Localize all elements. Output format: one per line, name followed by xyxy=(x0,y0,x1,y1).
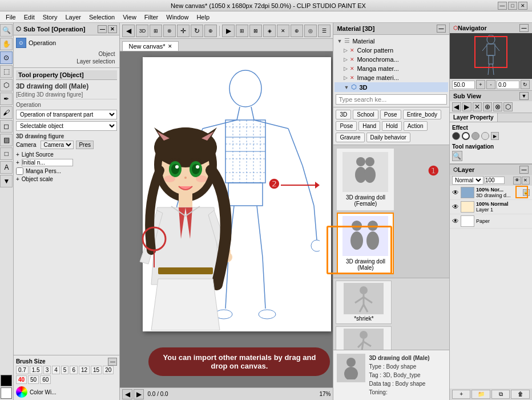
tool-shape[interactable]: □ xyxy=(0,147,13,160)
tag-gravure[interactable]: Gravure xyxy=(336,133,364,142)
tool-text[interactable]: A xyxy=(0,161,13,174)
color-wheel-icon[interactable] xyxy=(16,386,27,398)
tool-brush[interactable]: 🖌 xyxy=(0,106,13,119)
ct-rotate[interactable]: ↻ xyxy=(191,25,203,37)
tool-nav-btn[interactable]: 🔍 xyxy=(452,151,462,161)
subtool-minimize[interactable]: — xyxy=(98,25,107,33)
ct-more[interactable]: ▶ xyxy=(222,25,235,37)
bs-6[interactable]: 6 xyxy=(70,366,78,374)
menu-view[interactable]: View xyxy=(119,13,140,22)
lpt-tab-layer-property[interactable]: Layer Property xyxy=(450,113,498,122)
lf-copy-layer[interactable]: ⧉ xyxy=(491,390,510,399)
mat-thumb-male[interactable]: 3D drawing doll (Male) xyxy=(337,213,394,274)
tool-eraser[interactable]: ◻ xyxy=(0,120,13,133)
menu-edit[interactable]: Edit xyxy=(21,13,38,22)
mat-enter-door[interactable]: A_enter a door xyxy=(336,326,392,350)
sv-btn-2[interactable]: ▶ xyxy=(462,102,471,111)
layer-item-3d[interactable]: 👁 100% Nor... 3D drawing d... 🔒 xyxy=(450,186,532,200)
sv-btn-4[interactable]: ⊕ xyxy=(483,102,492,111)
menu-file[interactable]: File xyxy=(2,13,19,22)
tag-3d[interactable]: 3D xyxy=(336,110,351,119)
tp-manga-check[interactable] xyxy=(16,167,23,175)
bs-5[interactable]: 5 xyxy=(61,366,69,374)
ct-icon-6[interactable]: ◎ xyxy=(304,25,317,37)
sv-btn-5[interactable]: ⊗ xyxy=(493,102,502,111)
layer-eye-3[interactable]: 👁 xyxy=(452,217,459,225)
tag-hold[interactable]: Hold xyxy=(382,121,402,131)
nav-zoom-in[interactable]: + xyxy=(476,80,485,89)
bs-0.7[interactable]: 0.7 xyxy=(16,366,29,374)
menu-story[interactable]: Story xyxy=(39,13,61,22)
ct-icon-1[interactable]: ⊞ xyxy=(236,25,248,37)
mat-material-root[interactable]: ▼ ☰ Material xyxy=(334,36,448,46)
tool-lasso[interactable]: ⬡ xyxy=(0,79,13,91)
material-minimize[interactable]: — xyxy=(437,25,446,33)
lf-new-folder[interactable]: 📁 xyxy=(471,390,490,399)
brush-size-minimize[interactable]: — xyxy=(108,358,117,366)
layer-eye-1[interactable]: 👁 xyxy=(452,189,459,197)
ct-3d-3[interactable]: ⊗ xyxy=(163,25,176,37)
canvas-viewport[interactable]: You can import other materials by drag a… xyxy=(120,51,333,387)
layer-opacity-input[interactable] xyxy=(485,177,505,184)
mat-image[interactable]: ▷ ✕ Image materi... xyxy=(334,73,448,82)
effect-dot-gray1[interactable] xyxy=(471,132,479,140)
ct-arrow-left[interactable]: ◀ xyxy=(122,25,135,37)
lf-delete-layer[interactable]: 🗑 xyxy=(511,390,530,399)
mat-monochrome[interactable]: ▷ ✕ Monochroma... xyxy=(334,55,448,64)
menu-filter[interactable]: Filter xyxy=(141,13,162,22)
bs-3[interactable]: 3 xyxy=(43,366,51,374)
layer-item-1[interactable]: 👁 100% Normal Layer 1 xyxy=(450,200,532,214)
sv-btn-1[interactable]: ◀ xyxy=(452,102,461,111)
menu-layer[interactable]: Layer xyxy=(62,13,84,22)
bs-40[interactable]: 40 xyxy=(16,375,27,384)
tp-pres-btn[interactable]: Pres xyxy=(76,141,94,149)
mat-color-pattern[interactable]: ▷ ✕ Color pattern xyxy=(334,46,448,55)
canvas-tab-close[interactable]: ✕ xyxy=(168,43,172,49)
tag-daily[interactable]: Daily behavior xyxy=(366,133,410,142)
layer-minimize[interactable]: — xyxy=(519,166,529,174)
mat-shriek[interactable]: *shriek* xyxy=(336,281,392,324)
bs-60[interactable]: 60 xyxy=(40,375,51,384)
ct-icon-2[interactable]: ⊠ xyxy=(249,25,262,37)
sv-btn-6[interactable]: ⬡ xyxy=(503,102,513,111)
effect-dot-white[interactable] xyxy=(462,132,470,140)
tp-operation-select[interactable]: Operation of transparent part xyxy=(16,110,118,119)
close-button[interactable]: ✕ xyxy=(518,2,527,10)
bs-50[interactable]: 50 xyxy=(28,375,39,384)
mat-manga[interactable]: ▷ ✕ Manga mater... xyxy=(334,64,448,73)
ct-move[interactable]: ✛ xyxy=(177,25,190,37)
nav-zoom-out[interactable]: - xyxy=(486,80,495,89)
nav-minimize[interactable]: — xyxy=(519,24,529,32)
bs-1.5[interactable]: 1.5 xyxy=(30,366,42,374)
maximize-button[interactable]: □ xyxy=(508,2,517,10)
tag-hand[interactable]: Hand xyxy=(358,121,380,131)
canvas-status-btn-2[interactable]: ▶ xyxy=(134,389,144,399)
mat-thumb-female[interactable]: 3D drawing doll (Female) xyxy=(337,149,394,210)
tool-gradient[interactable]: ▼ xyxy=(0,175,13,187)
layer-lock-3d[interactable]: 🔒 xyxy=(523,189,530,196)
tag-action[interactable]: Action xyxy=(404,121,428,131)
ct-icon-7[interactable]: ☰ xyxy=(318,25,331,37)
navigator-preview[interactable] xyxy=(450,33,532,79)
subtool-close[interactable]: ✕ xyxy=(108,25,117,33)
subview-toggle[interactable]: ▼ xyxy=(519,92,529,100)
nav-angle-input[interactable] xyxy=(497,81,519,89)
canvas-tab-main[interactable]: New canvas* ✕ xyxy=(122,41,178,51)
tool-pen[interactable]: ✒ xyxy=(0,93,13,105)
layer-ctrl-2[interactable]: ✕ xyxy=(522,177,530,185)
layer-ctrl-1[interactable]: 👁 xyxy=(513,177,521,185)
tool-fill[interactable]: ▨ xyxy=(0,134,13,146)
layer-item-paper[interactable]: 👁 Paper xyxy=(450,214,532,229)
bs-4[interactable]: 4 xyxy=(52,366,60,374)
tool-select[interactable]: ⬚ xyxy=(0,65,13,78)
effect-dot-black[interactable] xyxy=(452,132,460,140)
background-color[interactable] xyxy=(1,387,12,399)
bs-12[interactable]: 12 xyxy=(79,366,90,374)
menu-selection[interactable]: Selection xyxy=(86,13,118,22)
layer-eye-2[interactable]: 👁 xyxy=(452,203,459,211)
bs-15[interactable]: 15 xyxy=(91,366,102,374)
nav-zoom-input[interactable] xyxy=(452,81,475,89)
tag-entire-body[interactable]: Entire_body xyxy=(403,110,441,119)
tp-selectable-select[interactable]: Selectable object xyxy=(16,121,118,131)
search-input[interactable] xyxy=(336,94,447,105)
